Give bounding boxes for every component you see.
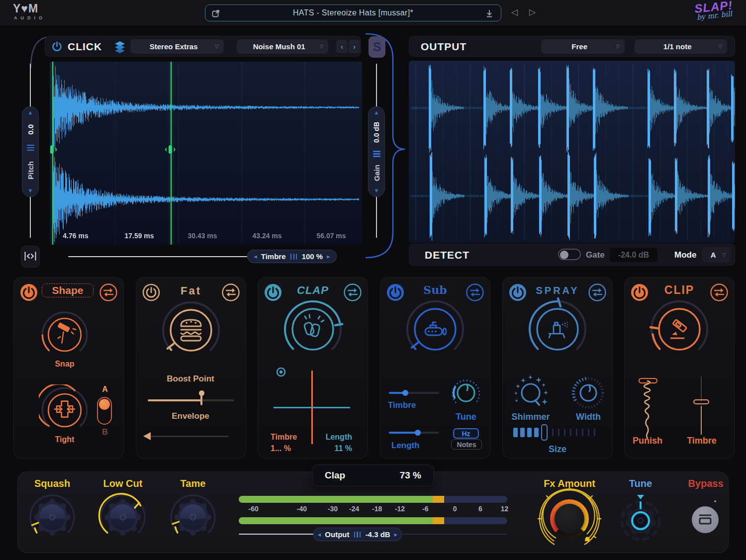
sample-split-marker-handle[interactable]: ‹› [165,144,176,154]
boost-point-handle-cap[interactable] [199,390,204,396]
output-note-dropdown[interactable]: 1/1 note▽ [635,39,727,54]
gain-capsule[interactable]: ▲ 0.0 dB Gain ▼ [368,106,385,197]
fat-knob[interactable] [159,298,223,363]
clip-timbre-track-bottom[interactable] [701,406,702,435]
click-sample-next-button[interactable]: › [349,40,360,53]
sub-notes-button[interactable]: Notes [451,439,482,450]
output-slider-track-right[interactable] [402,534,507,535]
click-power-icon[interactable] [51,40,63,53]
sample-trim-button[interactable] [21,246,40,268]
gain-down-arrow[interactable]: ▼ [374,188,379,193]
clip-knob[interactable] [647,297,712,362]
clip-timbre-handle[interactable] [693,399,709,404]
ab-toggle[interactable] [97,397,112,425]
output-meter-right [239,517,507,524]
shape-power-button[interactable] [19,283,38,303]
footer-tune-knob[interactable] [618,498,663,543]
envelope-track[interactable] [149,436,229,437]
output-slider-track-left[interactable] [239,534,313,535]
spray-knob[interactable] [525,297,590,362]
meter-scale: -60 -40 -30 -24 -18 -12 -6 0 6 12 [239,505,507,514]
gate-label: Gate [586,250,605,260]
sub-knob[interactable] [403,297,467,362]
spray-shimmer-knob[interactable] [511,373,551,413]
export-icon[interactable] [211,9,220,18]
click-sample-prev-button[interactable]: ‹ [336,40,348,53]
envelope-handle[interactable] [143,432,151,440]
sub-timbre-label: Timbre [388,400,433,410]
clip-ab-swap-button[interactable] [710,283,729,303]
lowcut-label: Low Cut [98,478,148,489]
pitch-down-arrow[interactable]: ▼ [28,188,33,193]
preset-name[interactable]: HATS - Stereoize Hats [mussar]* [205,8,501,17]
decrement-arrow-icon[interactable]: ◂ [254,253,257,260]
tame-knob[interactable] [168,492,218,542]
click-timbre-slider[interactable]: ◂ Timbre 100 % ▸ [247,250,337,263]
click-timbre-track[interactable] [68,256,247,257]
pitch-capsule[interactable]: ▲ 0.0 Pitch ▼ [22,106,39,197]
clip-power-button[interactable] [630,283,649,303]
preset-bar[interactable]: HATS - Stereoize Hats [mussar]* [205,4,501,21]
sample-start-marker-handle[interactable]: ‹› [50,144,57,154]
punish-handle[interactable] [639,378,657,383]
pitch-up-arrow[interactable]: ▲ [28,110,33,115]
layers-icon[interactable] [113,40,127,54]
spray-power-button[interactable] [508,283,527,303]
size-segment[interactable] [513,428,518,437]
click-preset-dropdown[interactable]: Noise Mush 01▽ [237,39,328,54]
preset-prev-button[interactable]: ◁ [508,6,520,18]
sub-power-button[interactable] [386,283,405,303]
ab-toggle-knob[interactable] [99,399,110,410]
gate-threshold-value[interactable]: -24.0 dB [610,248,657,262]
preset-next-button[interactable]: ▷ [526,6,538,18]
size-segment[interactable] [534,428,539,437]
click-layer-dropdown[interactable]: Stereo Extras▽ [130,39,224,54]
sub-tune-knob[interactable] [447,374,485,412]
sub-hz-button[interactable]: Hz [453,428,479,439]
sub-ab-swap-button[interactable] [466,283,484,303]
sub-timbre-handle[interactable] [402,390,408,396]
size-segment[interactable] [520,428,525,437]
fx-amount-knob-cap[interactable] [555,504,584,534]
clap-power-button[interactable] [264,283,282,303]
save-preset-icon[interactable] [485,9,494,18]
clap-knob[interactable] [280,297,345,362]
click-solo-button[interactable]: S [369,36,385,58]
size-handle[interactable] [541,424,548,441]
spray-ab-swap-button[interactable] [588,283,607,303]
gain-track-bottom[interactable] [376,197,377,238]
increment-arrow-icon[interactable]: ▸ [327,253,330,260]
gate-toggle-knob[interactable] [560,251,568,259]
meter-tick-label: 0 [453,505,457,513]
sub-length-track[interactable] [418,432,439,434]
gate-toggle[interactable] [558,249,581,260]
pitch-track-bottom[interactable] [30,197,31,238]
fat-ab-swap-button[interactable] [221,283,240,303]
boost-point-track-filled[interactable] [148,399,201,401]
size-segment[interactable] [527,428,532,437]
detect-mode-dropdown[interactable]: A▽ [702,247,731,262]
increment-arrow-icon[interactable]: ▸ [394,531,398,538]
bypass-button[interactable] [692,506,719,533]
click-timbre-value: 100 % [302,252,323,261]
pitch-track-top[interactable] [30,64,31,107]
clap-ab-swap-button[interactable] [343,283,362,303]
shape-ab-swap-button[interactable] [99,283,118,303]
boost-point-track[interactable] [201,399,234,401]
decrement-arrow-icon[interactable]: ◂ [318,531,321,538]
sub-length-handle[interactable] [415,430,421,436]
gain-track-top[interactable] [376,64,377,107]
gain-up-arrow[interactable]: ▲ [374,110,379,115]
sub-timbre-track[interactable] [405,392,439,394]
spray-width-knob[interactable] [568,373,608,413]
tight-knob[interactable] [39,384,91,436]
lowcut-knob[interactable] [98,492,148,542]
sub-length-track-filled[interactable] [389,432,418,434]
squash-knob[interactable] [27,492,77,542]
fat-power-button[interactable] [142,283,161,303]
clip-timbre-track-top[interactable] [701,376,702,401]
snap-knob[interactable] [39,309,91,361]
output-sync-dropdown[interactable]: Free▽ [541,39,625,54]
burger-icon [181,320,201,341]
output-gain-slider[interactable]: ◂ Output -4.3 dB ▸ [313,528,402,541]
